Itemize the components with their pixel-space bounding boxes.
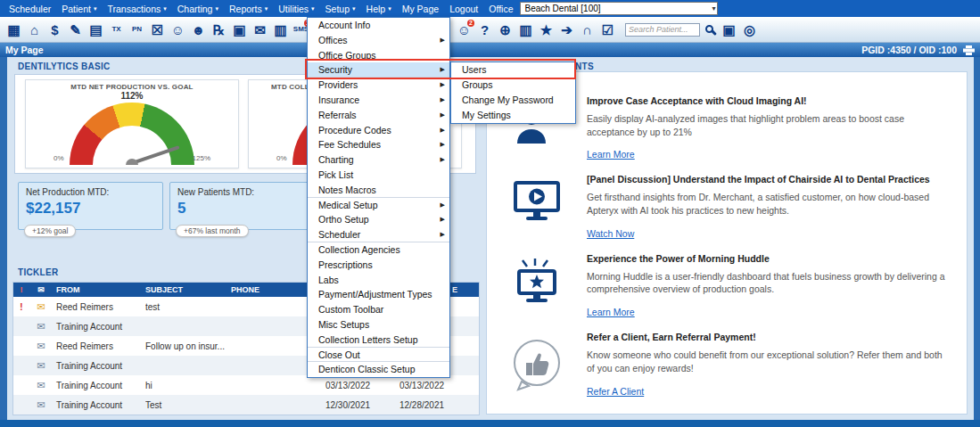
setup-menu-item[interactable]: Ortho Setup ▶: [308, 212, 449, 227]
help-icon[interactable]: ?: [475, 20, 494, 40]
setup-menu-item[interactable]: Custom Toolbar: [308, 302, 449, 317]
menubar-item[interactable]: Scheduler: [4, 0, 56, 17]
menubar-item[interactable]: Help ▾: [361, 0, 397, 17]
menubar-item-label: Charting: [177, 4, 213, 14]
office-select-value: Beach Dental [100]: [524, 4, 600, 13]
from-column-header[interactable]: FROM: [53, 285, 145, 294]
setup-menu-item[interactable]: Pick List: [308, 168, 449, 183]
page-title: My Page: [5, 45, 44, 55]
submenu-arrow-icon: ▶: [441, 212, 445, 227]
payments-icon[interactable]: $: [45, 20, 64, 40]
treatment-plan-icon[interactable]: TX: [107, 20, 126, 40]
setup-menu-item[interactable]: Prescriptions: [308, 258, 449, 273]
menubar-item[interactable]: My Page: [397, 0, 444, 17]
setup-menu-item[interactable]: Collection Letters Setup: [308, 333, 449, 348]
setup-menu-item[interactable]: Medical Setup ▶: [308, 198, 449, 213]
tooth-chart-icon[interactable]: ∩: [578, 20, 597, 40]
setup-menu-item[interactable]: Collection Agencies: [308, 242, 449, 258]
cancel-appointment-icon[interactable]: ☒: [148, 20, 167, 40]
setup-menu-item[interactable]: Providers ▶: [308, 78, 449, 93]
subject-column-header[interactable]: SUBJECT: [145, 285, 231, 294]
setup-menu-item[interactable]: Close Out: [308, 348, 449, 363]
menu-item-label: Scheduler: [318, 229, 360, 240]
window-icon[interactable]: ▣: [720, 20, 738, 40]
setup-menu-item[interactable]: Fee Schedules ▶: [308, 137, 449, 152]
table-row[interactable]: ✉ Training Account hi 03/13/2022 03/13/2…: [13, 375, 479, 395]
analytics-icon[interactable]: ▥: [516, 20, 535, 40]
setup-menu-item[interactable]: Labs: [308, 273, 449, 288]
setup-menu-item[interactable]: Misc Setups: [308, 317, 449, 333]
setup-menu-item[interactable]: Charting ▶: [308, 152, 449, 168]
setup-menu-item[interactable]: Procedure Codes ▶: [308, 123, 449, 138]
scheduler-icon[interactable]: ▦: [4, 20, 23, 40]
progress-notes-icon[interactable]: PN: [128, 20, 146, 40]
phone-column-header[interactable]: PHONE: [231, 285, 311, 294]
menu-item-label: Custom Toolbar: [318, 304, 383, 315]
charting-icon[interactable]: ✎: [66, 20, 85, 40]
menu-item-label: Account Info: [318, 20, 370, 30]
menu-item-label: Collection Agencies: [318, 244, 400, 255]
referral-icon[interactable]: ➔: [557, 20, 576, 40]
setup-menu-item[interactable]: Payment/Adjustment Types: [308, 287, 449, 302]
menubar-item[interactable]: Transactions ▾: [103, 0, 172, 17]
menubar-item-label: Reports: [229, 4, 262, 14]
alert-column-header: !: [13, 285, 29, 294]
mail-icon[interactable]: ✉: [251, 20, 269, 40]
setup-menu-item[interactable]: Insurance ▶: [308, 93, 449, 108]
tasks-icon[interactable]: ☑: [598, 20, 617, 40]
menubar-item[interactable]: Office: [483, 0, 518, 17]
setup-menu-item[interactable]: Scheduler ▶: [308, 227, 449, 242]
setup-menu-item[interactable]: Notes Macros: [308, 183, 449, 198]
announcement-link[interactable]: Learn More: [587, 149, 635, 160]
menubar-item[interactable]: Patient ▾: [56, 0, 102, 17]
security-submenu-item[interactable]: Groups: [451, 78, 575, 93]
security-submenu-item[interactable]: My Settings: [451, 108, 575, 123]
search-input[interactable]: [625, 23, 700, 37]
gauge-title: MTD NET PRODUCTION VS. GOAL: [26, 83, 238, 91]
menu-item-label: Medical Setup: [318, 200, 378, 210]
setup-menu-item[interactable]: Referrals ▶: [308, 108, 449, 123]
home-icon[interactable]: ⌂: [25, 20, 44, 40]
office-select[interactable]: Beach Dental [100] ▾: [520, 2, 718, 15]
menubar-item[interactable]: Utilities ▾: [273, 0, 319, 17]
security-submenu-item[interactable]: Change My Password: [451, 93, 575, 108]
documents-icon[interactable]: ▤: [86, 20, 105, 40]
menu-item-label: Office Groups: [318, 50, 376, 61]
submenu-arrow-icon: ▶: [441, 152, 445, 168]
menu-item-label: Prescriptions: [318, 259, 373, 270]
menubar-item[interactable]: Logout: [444, 0, 483, 17]
favorites-icon[interactable]: ★: [537, 20, 556, 40]
setup-menu-item[interactable]: Denticon Classic Setup: [308, 362, 449, 377]
print-icon[interactable]: [963, 45, 975, 55]
announcement-body: Know someone who could benefit from our …: [587, 349, 945, 374]
reports-icon[interactable]: ▥: [271, 20, 290, 40]
menu-item-label: Users: [462, 64, 486, 75]
subject-cell: Test: [145, 400, 231, 410]
setup-menu-item[interactable]: Offices ▶: [308, 33, 449, 48]
setup-menu-item[interactable]: Account Info: [308, 18, 449, 33]
print-icon[interactable]: ▣: [230, 20, 249, 40]
globe-icon[interactable]: ⊕: [496, 20, 515, 40]
new-patients-card: New Patients MTD: 5 +67% last month: [169, 182, 315, 230]
message-source-icon: ✉: [29, 360, 53, 372]
add-patient-icon[interactable]: ☺: [169, 20, 187, 40]
prescriptions-icon[interactable]: ℞: [210, 20, 228, 40]
table-row[interactable]: ✉ Training Account Test 12/30/2021 12/28…: [13, 395, 479, 415]
setup-menu-item[interactable]: Security ▶: [308, 62, 449, 78]
announcement-link[interactable]: Learn More: [587, 307, 635, 317]
menu-item-label: My Settings: [462, 110, 511, 120]
menubar-item[interactable]: Charting ▾: [172, 0, 224, 17]
sync-icon[interactable]: ◎: [740, 20, 759, 40]
gauge-max-label: 125%: [193, 154, 210, 162]
patient-info-icon[interactable]: ☺ 2: [455, 20, 474, 40]
setup-menu-item[interactable]: Office Groups: [308, 48, 449, 63]
menubar-item[interactable]: Setup ▾: [320, 0, 361, 17]
announcement-body: Morning Huddle is a user-friendly dashbo…: [587, 270, 945, 296]
search-icon[interactable]: [705, 25, 713, 33]
announcement-link[interactable]: Watch Now: [587, 228, 634, 239]
patient-history-icon[interactable]: ☻: [189, 20, 208, 40]
announcement-link[interactable]: Refer A Client: [587, 386, 644, 397]
submenu-arrow-icon: ▶: [441, 62, 445, 78]
security-submenu-item[interactable]: Users: [451, 62, 575, 78]
menubar-item[interactable]: Reports ▾: [224, 0, 273, 17]
